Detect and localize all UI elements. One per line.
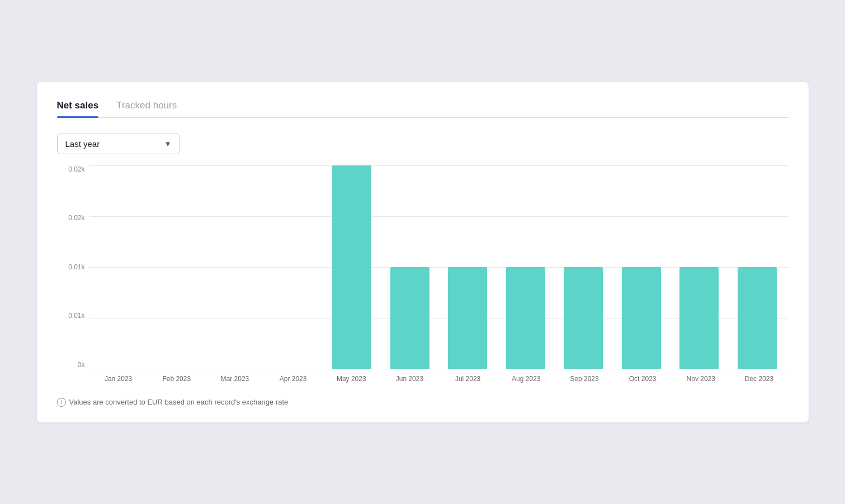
x-label: Sep 2023: [570, 375, 598, 383]
bar-group: [497, 165, 555, 369]
tab-tracked-hours[interactable]: Tracked hours: [116, 100, 177, 117]
bar-group: [728, 165, 786, 369]
bar-group: [671, 165, 729, 369]
tab-bar: Net sales Tracked hours: [57, 100, 789, 118]
x-label: Nov 2023: [687, 375, 715, 383]
bar-group: [612, 165, 671, 369]
x-label: Oct 2023: [629, 375, 657, 383]
y-label-3: 0.01k: [68, 263, 84, 271]
x-axis: Jan 2023Feb 2023Mar 2023Apr 2023May 2023…: [89, 369, 789, 389]
bar-item[interactable]: [679, 267, 719, 369]
bar-group: [92, 165, 150, 369]
bar-group: [439, 165, 497, 369]
bar-group: [149, 165, 207, 369]
bar-item[interactable]: [506, 267, 545, 369]
bar-item[interactable]: [448, 267, 487, 369]
x-label: Jun 2023: [396, 375, 423, 383]
x-label: Jan 2023: [105, 375, 132, 383]
y-label-1: 0k: [78, 361, 85, 369]
bar-group: [381, 165, 439, 369]
x-label: Jul 2023: [455, 375, 480, 383]
x-label-group: Jul 2023: [439, 375, 497, 383]
x-label-group: Dec 2023: [730, 375, 788, 383]
chart-body: [89, 165, 789, 369]
x-label-group: Sep 2023: [555, 375, 613, 383]
bar-item[interactable]: [564, 267, 603, 369]
bar-group: [265, 165, 323, 369]
bar-item[interactable]: [390, 267, 429, 369]
x-label-group: Aug 2023: [497, 375, 555, 383]
x-label-group: Apr 2023: [264, 375, 322, 383]
x-label-group: Feb 2023: [148, 375, 206, 383]
x-label: Mar 2023: [221, 375, 249, 383]
y-axis: 0.02k 0.02k 0.01k 0.01k 0k: [57, 165, 89, 369]
bar-group: [207, 165, 266, 369]
x-label-group: May 2023: [322, 375, 380, 383]
tab-net-sales[interactable]: Net sales: [57, 100, 99, 117]
footnote: i Values are converted to EUR based on e…: [57, 398, 789, 407]
x-label-group: Mar 2023: [206, 375, 264, 383]
x-label: Aug 2023: [512, 375, 540, 383]
x-label-group: Jan 2023: [89, 375, 148, 383]
info-icon: i: [57, 398, 66, 407]
bar-group: [555, 165, 613, 369]
chart-area: 0.02k 0.02k 0.01k 0.01k 0k Jan 2023Feb 2…: [57, 165, 789, 389]
period-dropdown[interactable]: Last year ▼: [57, 134, 180, 154]
x-label: May 2023: [337, 375, 366, 383]
x-label: Feb 2023: [162, 375, 191, 383]
x-label-group: Nov 2023: [672, 375, 730, 383]
x-label-group: Oct 2023: [613, 375, 672, 383]
x-label-group: Jun 2023: [380, 375, 438, 383]
x-label: Apr 2023: [280, 375, 307, 383]
y-label-5: 0.02k: [68, 165, 84, 173]
bars-container: [89, 165, 789, 369]
x-label: Dec 2023: [745, 375, 773, 383]
y-label-4: 0.02k: [68, 214, 84, 222]
chevron-down-icon: ▼: [164, 140, 172, 148]
bar-item[interactable]: [622, 267, 661, 369]
bar-item[interactable]: [738, 267, 777, 369]
bar-group: [323, 165, 381, 369]
y-label-2: 0.01k: [68, 312, 84, 320]
filter-row: Last year ▼: [57, 134, 789, 154]
main-card: Net sales Tracked hours Last year ▼ 0.02…: [37, 82, 809, 422]
bar-item[interactable]: [332, 165, 371, 369]
